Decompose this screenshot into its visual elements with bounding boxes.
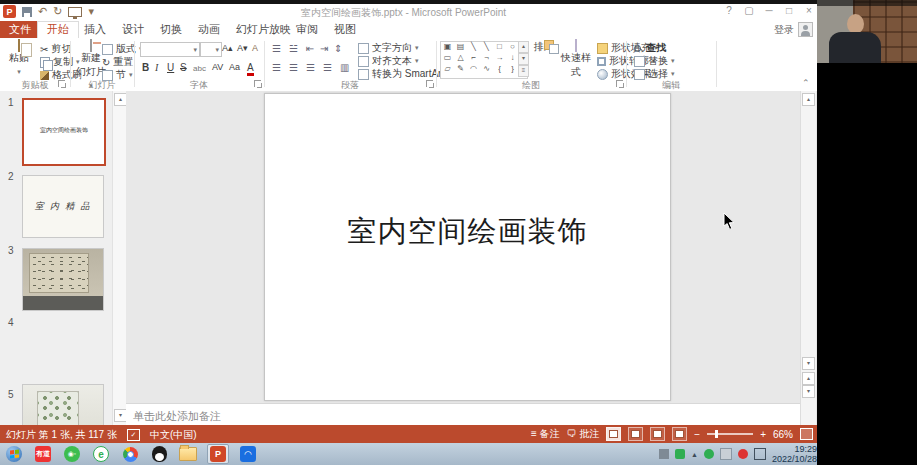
shrink-font-button[interactable]: A▾ bbox=[237, 43, 248, 53]
taskbar-clock[interactable]: 19:29 2022/10/28 bbox=[772, 444, 817, 464]
taskbar-360browser-icon[interactable]: e bbox=[91, 445, 111, 463]
taskbar-youdao-icon[interactable]: 有道 bbox=[33, 445, 53, 463]
cut-button[interactable]: ✂剪切 bbox=[40, 42, 71, 56]
tab-home[interactable]: 开始 bbox=[37, 21, 79, 39]
shape-rectangle-icon[interactable]: □ bbox=[493, 42, 506, 52]
shapes-scroll-up[interactable]: ▴ bbox=[518, 41, 529, 53]
shape-arc-icon[interactable]: ◠ bbox=[467, 64, 480, 74]
layout-button[interactable]: 版式▾ bbox=[102, 42, 143, 56]
close-button[interactable]: × bbox=[803, 5, 815, 16]
slide-sorter-view-button[interactable] bbox=[628, 427, 643, 441]
zoom-level[interactable]: 66% bbox=[773, 429, 793, 440]
tab-file[interactable]: 文件 bbox=[0, 21, 40, 38]
font-color-button[interactable]: A bbox=[247, 62, 254, 76]
paste-button[interactable]: 粘贴 ▾ bbox=[2, 40, 36, 78]
shape-textbox-icon[interactable]: ▣ bbox=[441, 42, 454, 52]
tab-animations[interactable]: 动画 bbox=[189, 21, 229, 38]
shapes-scroll-mid[interactable]: ▾ bbox=[518, 53, 529, 65]
shape-curve-icon[interactable]: ∿ bbox=[480, 64, 493, 74]
tray-input-icon[interactable] bbox=[659, 449, 669, 459]
text-direction-button[interactable]: 文字方向▾ bbox=[358, 41, 419, 55]
next-slide-button[interactable]: ▾ bbox=[802, 385, 815, 398]
shape-triangle-icon[interactable]: △ bbox=[454, 53, 467, 63]
bullets-button[interactable]: ☰ bbox=[272, 43, 281, 54]
shape-line-icon[interactable]: ╲ bbox=[467, 42, 480, 52]
thumbnail-slide-3[interactable] bbox=[22, 248, 104, 311]
shape-arrow-right-icon[interactable]: → bbox=[493, 53, 506, 63]
clipboard-dialog-launcher[interactable] bbox=[58, 80, 65, 87]
thumbnail-slide-4[interactable] bbox=[22, 384, 104, 425]
zoom-slider-thumb[interactable] bbox=[715, 430, 718, 438]
shape-scribble-icon[interactable]: ✎ bbox=[454, 64, 467, 74]
normal-view-button[interactable] bbox=[606, 427, 621, 441]
tray-security-icon[interactable] bbox=[675, 449, 685, 459]
taskbar-qq-icon[interactable] bbox=[149, 445, 169, 463]
font-dialog-launcher[interactable] bbox=[254, 80, 261, 87]
scroll-down-icon[interactable]: ▾ bbox=[802, 357, 815, 370]
scroll-up-icon[interactable]: ▴ bbox=[802, 93, 815, 106]
tray-alert-icon[interactable] bbox=[738, 449, 748, 459]
paste-dropdown-icon[interactable]: ▾ bbox=[17, 68, 21, 75]
sign-in[interactable]: 登录 bbox=[774, 22, 813, 37]
font-size-combobox[interactable]: ▾ bbox=[200, 42, 222, 57]
strikethrough-button[interactable]: S bbox=[180, 62, 187, 73]
drawing-dialog-launcher[interactable] bbox=[616, 80, 623, 87]
shape-brace-left-icon[interactable]: { bbox=[493, 64, 506, 74]
zoom-out-button[interactable]: − bbox=[694, 429, 700, 440]
collapse-ribbon-button[interactable]: ⌃ bbox=[802, 78, 810, 88]
align-right-button[interactable]: ☰ bbox=[306, 62, 315, 73]
shape-cloud-icon[interactable]: ▱ bbox=[441, 64, 454, 74]
align-text-button[interactable]: 对齐文本▾ bbox=[358, 54, 419, 68]
minimize-button[interactable]: ─ bbox=[763, 5, 775, 16]
thumbnails-scrollbar[interactable]: ▴ ▾ bbox=[112, 91, 127, 425]
fit-to-window-icon[interactable] bbox=[800, 428, 813, 440]
tab-design[interactable]: 设计 bbox=[113, 21, 153, 38]
replace-button[interactable]: 替换▾ bbox=[634, 54, 675, 68]
shape-vtextbox-icon[interactable]: ▤ bbox=[454, 42, 467, 52]
slide-canvas[interactable]: 室内空间绘画装饰 bbox=[264, 93, 671, 401]
clear-formatting-button[interactable]: A bbox=[252, 43, 258, 53]
slide-title-text[interactable]: 室内空间绘画装饰 bbox=[265, 212, 670, 252]
shapes-scroll-down[interactable]: ≡ bbox=[518, 65, 529, 77]
text-shadow-button[interactable]: abc bbox=[193, 64, 206, 73]
arrange-button[interactable]: 排列 bbox=[531, 40, 557, 78]
find-button[interactable]: 查找 bbox=[634, 41, 666, 55]
tray-360-icon[interactable] bbox=[704, 449, 714, 459]
shape-rounded-rect-icon[interactable]: ▭ bbox=[441, 53, 454, 63]
columns-button[interactable]: ▥ bbox=[340, 62, 349, 73]
justify-button[interactable]: ☰ bbox=[323, 62, 332, 73]
bold-button[interactable]: B bbox=[142, 62, 149, 73]
change-case-button[interactable]: Aa bbox=[229, 62, 240, 72]
comments-toggle-button[interactable]: 🗨 批注 bbox=[567, 427, 600, 441]
zoom-slider[interactable] bbox=[707, 433, 753, 435]
taskbar-explorer-icon[interactable] bbox=[178, 445, 198, 463]
taskbar-chrome-icon[interactable] bbox=[120, 445, 140, 463]
notes-placeholder[interactable]: 单击此处添加备注 bbox=[133, 409, 221, 424]
zoom-in-button[interactable]: + bbox=[760, 429, 766, 440]
tab-review[interactable]: 审阅 bbox=[287, 21, 327, 38]
taskbar-tencent-meeting-icon[interactable]: ◠ bbox=[238, 445, 258, 463]
shape-elbow-icon[interactable]: ⌐ bbox=[467, 53, 480, 63]
grow-font-button[interactable]: A▴ bbox=[222, 43, 233, 53]
taskbar-wechat-icon[interactable]: ◉◦ bbox=[62, 445, 82, 463]
tab-insert[interactable]: 插入 bbox=[75, 21, 115, 38]
slideshow-view-button[interactable] bbox=[672, 427, 687, 441]
tray-hidden-icons-arrow[interactable]: ▲ bbox=[691, 451, 698, 458]
character-spacing-button[interactable]: AV bbox=[212, 62, 223, 72]
taskbar-powerpoint-icon[interactable]: P bbox=[207, 444, 229, 464]
numbering-button[interactable]: ☱ bbox=[289, 43, 298, 54]
shape-arrow-line-icon[interactable]: ╲ bbox=[480, 42, 493, 52]
reset-button[interactable]: ↻重置 bbox=[102, 55, 133, 69]
restore-button[interactable]: □ bbox=[783, 5, 795, 16]
reading-view-button[interactable] bbox=[650, 427, 665, 441]
tray-app-icon[interactable] bbox=[720, 448, 732, 460]
align-left-button[interactable]: ☰ bbox=[272, 62, 281, 73]
editor-vertical-scrollbar[interactable]: ▴ ▾ ▴ ▾ bbox=[800, 91, 816, 425]
italic-button[interactable]: I bbox=[155, 62, 158, 73]
notes-toggle-button[interactable]: ≡ 备注 bbox=[531, 427, 560, 441]
start-button[interactable] bbox=[4, 445, 24, 463]
account-avatar-icon[interactable] bbox=[798, 22, 813, 37]
tab-transitions[interactable]: 切换 bbox=[151, 21, 191, 38]
shape-elbow2-icon[interactable]: ¬ bbox=[480, 53, 493, 63]
underline-button[interactable]: U bbox=[167, 62, 174, 73]
